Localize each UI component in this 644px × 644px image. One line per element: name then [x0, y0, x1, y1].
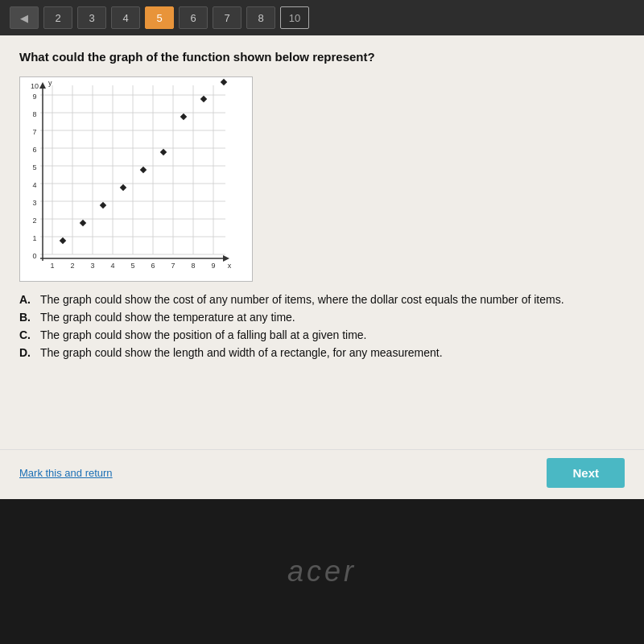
bottom-bar: Mark this and return Next — [0, 449, 644, 499]
svg-text:7: 7 — [32, 128, 36, 136]
svg-text:2: 2 — [32, 217, 36, 225]
svg-text:y: y — [48, 79, 52, 87]
svg-rect-46 — [80, 220, 86, 226]
coordinate-graph: 0 1 2 3 4 5 6 7 8 9 10 1 2 3 4 5 6 7 8 — [19, 76, 253, 282]
answer-a-text: The graph could show the cost of any num… — [40, 293, 564, 306]
svg-text:8: 8 — [32, 110, 36, 118]
svg-text:9: 9 — [32, 93, 36, 101]
answer-c-letter: C. — [19, 328, 34, 341]
answer-d-text: The graph could show the length and widt… — [40, 346, 443, 359]
answer-d[interactable]: D. The graph could show the length and w… — [19, 346, 625, 359]
nav-btn-2[interactable]: 2 — [43, 6, 72, 29]
svg-text:4: 4 — [32, 181, 36, 189]
acer-logo: acer — [287, 555, 357, 588]
svg-rect-53 — [221, 79, 227, 85]
top-nav-bar: ◀ 2 3 4 5 6 7 8 10 — [0, 0, 644, 35]
nav-btn-10[interactable]: 10 — [280, 6, 309, 29]
mark-return-link[interactable]: Mark this and return — [19, 467, 113, 479]
answer-b-text: The graph could show the temperature at … — [40, 311, 295, 324]
svg-rect-48 — [120, 184, 126, 191]
graph-container: 0 1 2 3 4 5 6 7 8 9 10 1 2 3 4 5 6 7 8 — [19, 76, 625, 282]
question-text: What could the graph of the function sho… — [19, 50, 625, 64]
svg-text:3: 3 — [90, 262, 94, 270]
svg-text:7: 7 — [171, 262, 175, 270]
answer-d-letter: D. — [19, 346, 34, 359]
back-button[interactable]: ◀ — [10, 6, 39, 29]
svg-rect-51 — [180, 114, 187, 120]
svg-text:10: 10 — [31, 82, 39, 90]
answer-c[interactable]: C. The graph could show the position of … — [19, 328, 625, 341]
answer-a-letter: A. — [19, 293, 34, 306]
question-content: What could the graph of the function sho… — [0, 35, 644, 449]
next-button[interactable]: Next — [547, 458, 625, 488]
answer-b-letter: B. — [19, 311, 34, 324]
svg-text:6: 6 — [151, 262, 155, 270]
svg-marker-22 — [223, 255, 229, 262]
svg-marker-21 — [39, 82, 46, 89]
answer-c-text: The graph could show the position of a f… — [40, 328, 366, 341]
svg-text:9: 9 — [211, 262, 215, 270]
nav-btn-3[interactable]: 3 — [77, 6, 106, 29]
svg-text:0: 0 — [32, 252, 36, 260]
svg-text:1: 1 — [50, 262, 54, 270]
svg-rect-52 — [200, 96, 207, 102]
answer-a[interactable]: A. The graph could show the cost of any … — [19, 293, 625, 306]
nav-btn-4[interactable]: 4 — [111, 6, 140, 29]
svg-rect-49 — [140, 167, 147, 173]
screen: ◀ 2 3 4 5 6 7 8 10 What could the graph … — [0, 0, 644, 644]
svg-text:5: 5 — [130, 262, 134, 270]
svg-text:8: 8 — [191, 262, 195, 270]
svg-rect-50 — [160, 149, 167, 155]
answer-b[interactable]: B. The graph could show the temperature … — [19, 311, 625, 324]
answer-choices: A. The graph could show the cost of any … — [19, 293, 625, 359]
svg-text:1: 1 — [32, 234, 36, 242]
svg-text:2: 2 — [70, 262, 74, 270]
nav-btn-6[interactable]: 6 — [179, 6, 208, 29]
svg-rect-47 — [100, 202, 106, 208]
svg-rect-45 — [60, 237, 66, 244]
svg-text:x: x — [228, 262, 232, 270]
svg-text:3: 3 — [32, 199, 36, 207]
nav-btn-5[interactable]: 5 — [145, 6, 174, 29]
nav-btn-8[interactable]: 8 — [246, 6, 275, 29]
svg-text:6: 6 — [32, 146, 36, 154]
laptop-bezel: acer — [0, 499, 644, 644]
svg-text:4: 4 — [110, 262, 114, 270]
nav-btn-7[interactable]: 7 — [213, 6, 242, 29]
svg-text:5: 5 — [32, 163, 36, 171]
